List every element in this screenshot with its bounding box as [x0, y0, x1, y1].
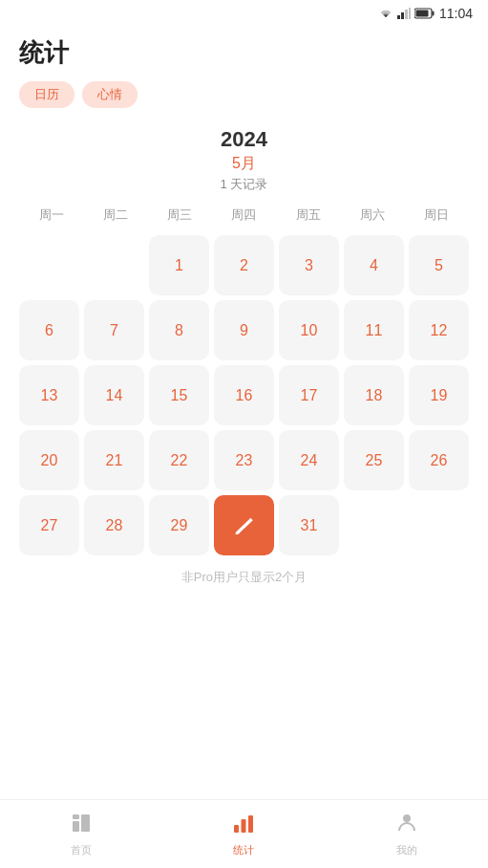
svg-rect-7 — [73, 814, 79, 819]
nav-home[interactable]: 首页 — [0, 800, 162, 868]
svg-rect-0 — [397, 15, 400, 19]
weekday-headers: 周一 周二 周三 周四 周五 周六 周日 — [19, 203, 469, 228]
cal-cell-day[interactable]: 25 — [344, 430, 404, 490]
cal-cell-day[interactable]: 14 — [84, 365, 144, 425]
weekday-tue: 周二 — [83, 203, 147, 228]
calendar-grid: 1234567891011121314151617181920212223242… — [19, 235, 469, 555]
cal-cell-day[interactable]: 2 — [214, 235, 274, 295]
cal-cell-day[interactable]: 11 — [344, 300, 404, 360]
bottom-nav: 首页 统计 我的 — [0, 799, 488, 868]
cal-cell-day[interactable]: 3 — [279, 235, 339, 295]
tab-mood[interactable]: 心情 — [82, 81, 138, 108]
cal-cell-day[interactable]: 13 — [19, 365, 79, 425]
calendar-year: 2024 — [19, 127, 469, 152]
person-icon — [395, 812, 418, 840]
cal-cell-day[interactable]: 7 — [84, 300, 144, 360]
cal-cell-day[interactable]: 4 — [344, 235, 404, 295]
cal-cell-day[interactable]: 12 — [409, 300, 469, 360]
cal-cell-day[interactable]: 22 — [149, 430, 209, 490]
nav-stats[interactable]: 统计 — [162, 800, 325, 868]
cal-cell-day[interactable]: 27 — [19, 495, 79, 555]
home-icon — [70, 812, 93, 840]
weekday-fri: 周五 — [276, 203, 340, 228]
battery-icon — [414, 8, 435, 19]
cal-cell-day[interactable]: 21 — [84, 430, 144, 490]
cal-cell-day[interactable]: 5 — [409, 235, 469, 295]
svg-rect-2 — [405, 10, 408, 19]
svg-rect-6 — [415, 11, 428, 17]
cal-cell-day[interactable]: 9 — [214, 300, 274, 360]
cal-cell-day[interactable]: 8 — [149, 300, 209, 360]
nav-stats-label: 统计 — [233, 843, 254, 857]
signal-icon — [397, 8, 411, 19]
tab-pills: 日历 心情 — [19, 81, 469, 108]
calendar-month: 5月 — [19, 154, 469, 174]
cal-cell-empty — [84, 235, 144, 295]
cal-cell-day[interactable]: 20 — [19, 430, 79, 490]
bar-chart-icon — [232, 812, 255, 840]
cal-cell-day[interactable]: 15 — [149, 365, 209, 425]
cal-cell-day[interactable]: 26 — [409, 430, 469, 490]
page-title: 统计 — [19, 36, 469, 70]
cal-cell-day[interactable]: 29 — [149, 495, 209, 555]
weekday-mon: 周一 — [19, 203, 83, 228]
cal-cell-day[interactable]: 28 — [84, 495, 144, 555]
cal-cell-active[interactable] — [214, 495, 274, 555]
cal-cell-day[interactable]: 10 — [279, 300, 339, 360]
weekday-sat: 周六 — [340, 203, 404, 228]
nav-home-label: 首页 — [71, 843, 92, 857]
svg-rect-12 — [248, 815, 253, 833]
svg-rect-3 — [409, 8, 411, 19]
cal-cell-empty — [19, 235, 79, 295]
tab-calendar[interactable]: 日历 — [19, 81, 74, 108]
svg-rect-5 — [432, 11, 434, 16]
time-display: 11:04 — [439, 6, 473, 21]
nav-profile-label: 我的 — [396, 843, 417, 857]
cal-cell-day[interactable]: 18 — [344, 365, 404, 425]
cal-cell-day[interactable]: 23 — [214, 430, 274, 490]
svg-rect-9 — [81, 814, 90, 832]
svg-rect-8 — [73, 821, 79, 832]
weekday-sun: 周日 — [405, 203, 469, 228]
calendar-record: 1 天记录 — [19, 176, 469, 193]
cal-cell-day[interactable]: 16 — [214, 365, 274, 425]
cal-cell-day[interactable]: 19 — [409, 365, 469, 425]
weekday-thu: 周四 — [212, 203, 276, 228]
cal-cell-day[interactable]: 1 — [149, 235, 209, 295]
calendar-header: 2024 5月 1 天记录 — [19, 127, 469, 193]
status-bar: 11:04 — [0, 0, 488, 27]
nav-profile[interactable]: 我的 — [326, 800, 488, 868]
pencil-icon — [231, 512, 258, 539]
pro-notice: 非Pro用户只显示2个月 — [19, 569, 469, 586]
main-page: 统计 日历 心情 2024 5月 1 天记录 周一 周二 周三 周四 周五 周六… — [0, 27, 488, 586]
svg-rect-10 — [234, 825, 239, 833]
svg-rect-1 — [401, 12, 404, 19]
svg-point-13 — [403, 814, 411, 822]
wifi-icon — [378, 8, 393, 19]
cal-cell-day[interactable]: 6 — [19, 300, 79, 360]
status-icons: 11:04 — [378, 6, 473, 21]
cal-cell-day[interactable]: 31 — [279, 495, 339, 555]
cal-cell-day[interactable]: 24 — [279, 430, 339, 490]
cal-cell-day[interactable]: 17 — [279, 365, 339, 425]
weekday-wed: 周三 — [148, 203, 212, 228]
svg-rect-11 — [242, 819, 246, 833]
